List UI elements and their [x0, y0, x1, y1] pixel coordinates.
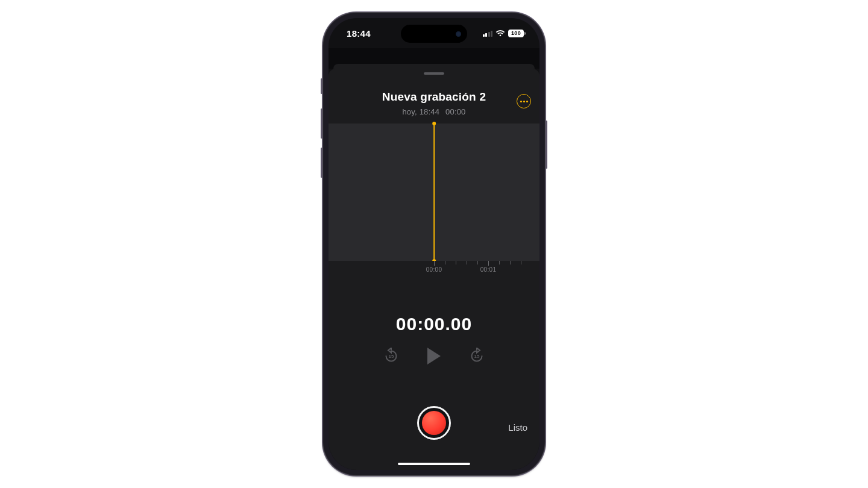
recording-title[interactable]: Nueva grabación 2	[338, 90, 530, 104]
record-icon	[422, 411, 446, 435]
device-screen: 18:44 100	[329, 18, 539, 470]
cellular-icon	[483, 30, 493, 37]
ellipsis-icon	[520, 101, 528, 102]
recording-subtitle: hoy, 18:44 00:00	[338, 107, 530, 116]
ruler-tick-1: 00:01	[480, 266, 497, 273]
skip-back-seconds: 15	[383, 348, 400, 364]
waveform-area[interactable]: 00:00 00:01	[329, 124, 539, 279]
recording-header: Nueva grabación 2 hoy, 18:44 00:00	[329, 76, 539, 124]
elapsed-timer: 00:00.00	[329, 314, 539, 334]
sheet-grabber[interactable]	[424, 72, 444, 75]
battery-indicator: 100	[508, 30, 524, 37]
stage: 18:44 100	[0, 0, 868, 488]
playhead[interactable]	[433, 124, 435, 261]
recording-sheet: Nueva grabación 2 hoy, 18:44 00:00	[329, 69, 539, 470]
play-button[interactable]	[427, 348, 441, 364]
bottom-bar: Listo	[329, 383, 539, 470]
front-camera-icon	[456, 31, 461, 37]
status-right: 100	[483, 30, 524, 37]
volume-up-button[interactable]	[321, 108, 322, 139]
recording-subtitle-duration: 00:00	[445, 107, 466, 116]
home-indicator[interactable]	[398, 463, 470, 465]
skip-forward-15-button[interactable]: 15	[468, 348, 485, 364]
mute-switch[interactable]	[321, 78, 322, 94]
background-sheet-peek	[329, 48, 539, 69]
volume-down-button[interactable]	[321, 148, 322, 178]
record-button[interactable]	[417, 406, 451, 440]
side-button[interactable]	[546, 120, 547, 169]
skip-back-15-button[interactable]: 15	[383, 348, 400, 364]
wifi-icon	[495, 30, 505, 37]
timeline-ruler[interactable]: 00:00 00:01	[329, 261, 539, 279]
status-time: 18:44	[347, 28, 371, 39]
waveform-canvas[interactable]	[329, 124, 539, 261]
transport-controls: 15 15	[329, 348, 539, 364]
battery-level: 100	[511, 30, 521, 36]
more-options-button[interactable]	[517, 94, 531, 108]
ruler-tick-0: 00:00	[426, 266, 442, 273]
dynamic-island	[401, 25, 467, 43]
playhead-top-dot-icon	[432, 122, 436, 125]
skip-forward-seconds: 15	[468, 348, 485, 364]
phone-frame: 18:44 100	[322, 12, 546, 476]
recording-subtitle-time: hoy, 18:44	[402, 107, 439, 116]
done-button[interactable]: Listo	[508, 422, 527, 433]
